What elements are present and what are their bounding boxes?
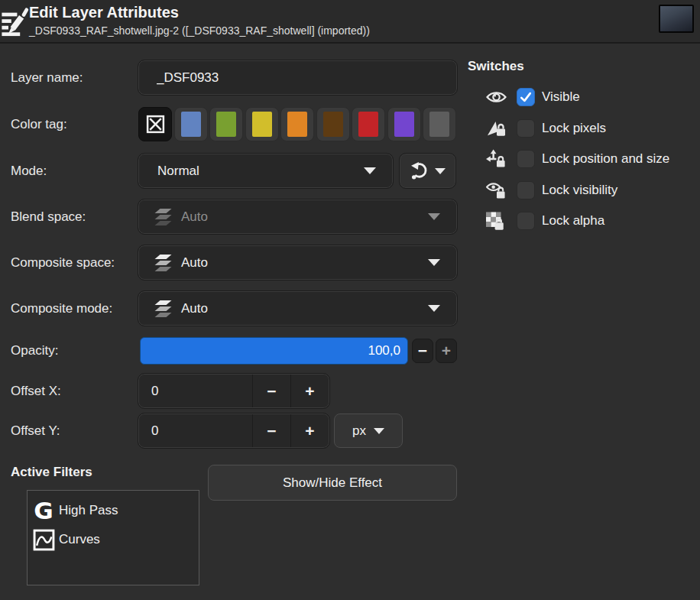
lock-visibility-checkbox[interactable] — [517, 181, 535, 199]
offset-y-input[interactable]: 0 — [139, 414, 252, 447]
composite-mode-dropdown[interactable]: Auto — [138, 291, 457, 326]
color-tag-row — [138, 107, 457, 141]
color-tag-yellow-button[interactable] — [245, 107, 279, 141]
switch-row-visible[interactable]: Visible — [484, 86, 580, 108]
composite-mode-value: Auto — [181, 301, 208, 316]
gray-swatch — [429, 112, 449, 137]
minus-icon: − — [418, 342, 427, 360]
lock-position-checkbox[interactable] — [517, 150, 535, 168]
blend-space-value: Auto — [181, 209, 208, 225]
active-filters-list: G High Pass Curves — [27, 490, 199, 585]
yellow-swatch — [252, 112, 272, 137]
switch-row-lock-alpha[interactable]: Lock alpha — [484, 210, 604, 232]
offset-y-spinner: 0 − + — [138, 414, 329, 448]
color-tag-blue-button[interactable] — [174, 107, 208, 141]
layer-thumbnail — [659, 5, 694, 33]
eye-icon — [484, 86, 507, 108]
switch-label: Lock visibility — [542, 183, 617, 198]
blend-space-label: Blend space: — [11, 199, 86, 234]
color-tag-orange-button[interactable] — [280, 107, 314, 141]
unit-dropdown[interactable]: px — [334, 414, 403, 448]
lock-alpha-icon — [484, 210, 507, 232]
visible-checkbox[interactable] — [517, 88, 535, 106]
lock-position-icon — [484, 148, 507, 170]
plus-icon: + — [305, 382, 314, 401]
offset-x-input[interactable]: 0 — [139, 375, 252, 407]
color-tag-label: Color tag: — [11, 107, 67, 141]
blend-space-dropdown[interactable]: Auto — [138, 199, 457, 234]
active-filters-heading: Active Filters — [11, 465, 92, 480]
minus-icon: − — [267, 422, 276, 440]
dialog-header: Edit Layer Attributes _DSF0933_RAF_shotw… — [0, 0, 700, 44]
lock-visibility-icon — [484, 180, 507, 201]
switch-row-lock-visibility[interactable]: Lock visibility — [484, 180, 617, 201]
color-tag-green-button[interactable] — [209, 107, 243, 141]
unit-value: px — [352, 423, 366, 439]
chevron-down-icon — [364, 167, 376, 174]
lock-pixels-icon — [484, 118, 507, 139]
layers-icon — [153, 253, 173, 273]
offset-x-spinner: 0 − + — [138, 374, 329, 408]
chevron-down-icon — [428, 305, 440, 312]
filter-label: High Pass — [59, 503, 118, 518]
gegl-icon: G — [31, 498, 56, 523]
switch-label: Lock alpha — [542, 213, 604, 229]
composite-space-value: Auto — [181, 255, 208, 271]
brown-swatch — [323, 112, 343, 137]
switch-label: Visible — [542, 89, 580, 105]
lock-alpha-checkbox[interactable] — [517, 212, 535, 230]
offset-y-decrease-button[interactable]: − — [252, 414, 290, 447]
opacity-label: Opacity: — [11, 333, 58, 368]
red-swatch — [358, 112, 378, 137]
mode-reset-button[interactable] — [400, 154, 455, 188]
composite-space-dropdown[interactable]: Auto — [138, 245, 457, 280]
opacity-value: 100,0 — [368, 343, 400, 358]
layer-name-field — [138, 60, 457, 95]
layer-name-input[interactable] — [139, 61, 456, 94]
chevron-down-icon — [428, 259, 440, 266]
chevron-down-icon — [435, 168, 446, 174]
none-tag-icon — [145, 114, 166, 135]
layers-icon — [153, 299, 173, 319]
composite-space-label: Composite space: — [11, 245, 115, 280]
switch-label: Lock pixels — [542, 121, 606, 136]
switches-heading: Switches — [468, 59, 524, 74]
mode-label: Mode: — [11, 154, 47, 188]
opacity-decrease-button[interactable]: − — [412, 339, 433, 363]
color-tag-red-button[interactable] — [352, 107, 385, 141]
revert-history-icon — [410, 161, 429, 180]
mode-value: Normal — [139, 164, 199, 179]
color-tag-brown-button[interactable] — [316, 107, 350, 141]
purple-swatch — [394, 112, 414, 137]
composite-mode-label: Composite mode: — [11, 291, 112, 326]
filter-item-curves[interactable]: Curves — [28, 525, 199, 554]
color-tag-gray-button[interactable] — [423, 107, 456, 141]
dialog-subtitle: _DSF0933_RAF_shotwell.jpg-2 ([_DSF0933_R… — [29, 24, 370, 37]
filter-label: Curves — [59, 532, 100, 547]
offset-x-increase-button[interactable]: + — [290, 375, 329, 407]
offset-y-label: Offset Y: — [11, 414, 60, 448]
chevron-down-icon — [374, 428, 384, 434]
curves-icon — [31, 527, 56, 552]
layer-name-label: Layer name: — [11, 60, 83, 95]
opacity-increase-button[interactable]: + — [436, 339, 457, 363]
color-tag-none-button[interactable] — [138, 107, 172, 141]
minus-icon: − — [267, 382, 276, 401]
opacity-slider[interactable]: 100,0 — [140, 337, 408, 365]
lock-pixels-checkbox[interactable] — [517, 119, 535, 138]
show-hide-effect-button[interactable]: Show/Hide Effect — [208, 465, 457, 501]
mode-dropdown[interactable]: Normal — [138, 154, 393, 188]
edit-layer-attributes-dialog: Edit Layer Attributes _DSF0933_RAF_shotw… — [0, 0, 700, 600]
offset-x-decrease-button[interactable]: − — [252, 375, 290, 407]
switch-label: Lock position and size — [542, 151, 669, 167]
plus-icon: + — [305, 422, 314, 440]
switch-row-lock-position[interactable]: Lock position and size — [484, 148, 669, 170]
green-swatch — [216, 112, 236, 137]
filter-item-high-pass[interactable]: G High Pass — [28, 496, 199, 525]
blue-swatch — [181, 112, 201, 137]
color-tag-purple-button[interactable] — [387, 107, 421, 141]
offset-y-increase-button[interactable]: + — [290, 414, 329, 447]
switch-row-lock-pixels[interactable]: Lock pixels — [484, 118, 606, 139]
show-hide-effect-label: Show/Hide Effect — [283, 475, 382, 491]
dialog-title: Edit Layer Attributes — [29, 4, 179, 21]
